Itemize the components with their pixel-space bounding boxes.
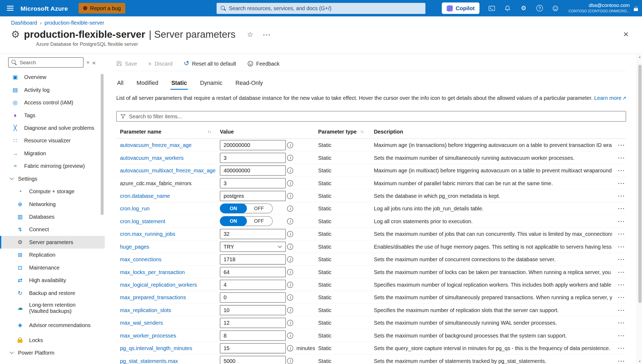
value-input[interactable]	[220, 318, 286, 328]
info-icon[interactable]: i	[287, 320, 293, 326]
sort-icon[interactable]: ↑↓	[360, 129, 363, 134]
sidebar-item-maintenance[interactable]: ⊡Maintenance	[0, 261, 105, 274]
info-icon[interactable]: i	[287, 205, 293, 211]
sidebar-search-input[interactable]	[20, 60, 80, 65]
filter-input[interactable]	[129, 113, 622, 119]
row-more-button[interactable]: ···	[618, 155, 625, 161]
row-more-button[interactable]: ···	[618, 180, 625, 186]
parameter-name-link[interactable]: autovacuum_freeze_max_age	[120, 142, 192, 148]
sidebar-item-backup-and-restore[interactable]: ↻Backup and restore	[0, 287, 105, 299]
column-parameter-name[interactable]: Parameter name	[120, 128, 161, 135]
breadcrumb-dashboard[interactable]: Dashboard	[11, 20, 37, 26]
value-input[interactable]	[220, 343, 286, 353]
discard-button[interactable]: × Discard	[148, 60, 173, 67]
global-search-input[interactable]	[229, 5, 421, 11]
sidebar-item-replication[interactable]: ⊞Replication	[0, 249, 105, 261]
row-more-button[interactable]: ···	[618, 269, 625, 275]
breadcrumb-server[interactable]: production-flexible-server	[44, 20, 104, 26]
value-input[interactable]	[220, 305, 286, 315]
tab-static[interactable]: Static	[170, 77, 188, 90]
sidebar-item-overview[interactable]: ▣Overview	[0, 71, 105, 84]
info-icon[interactable]: i	[287, 256, 293, 262]
row-more-button[interactable]: ···	[618, 205, 625, 211]
value-input[interactable]	[220, 229, 286, 239]
feedback-button[interactable]: Feedback	[247, 60, 279, 67]
azure-brand[interactable]: Microsoft Azure	[21, 5, 68, 12]
toggle-control[interactable]: OFFON	[220, 203, 273, 213]
parameter-name-link[interactable]: autovacuum_multixact_freeze_max_age	[120, 167, 215, 173]
parameter-name-link[interactable]: max_prepared_transactions	[120, 294, 186, 300]
row-more-button[interactable]: ···	[618, 218, 625, 224]
info-icon[interactable]: i	[287, 332, 293, 339]
sidebar-item-migration[interactable]: →Migration	[0, 147, 105, 160]
vertical-scrollbar[interactable]: ▲ ▼	[637, 54, 642, 364]
value-input[interactable]	[220, 165, 286, 175]
tab-modified[interactable]: Modified	[136, 77, 159, 90]
more-options-icon[interactable]: ···	[263, 31, 271, 38]
sidebar-item-server-parameters[interactable]: ⚙Server parameters	[0, 236, 105, 248]
value-input[interactable]	[220, 178, 286, 188]
help-icon[interactable]: ?	[531, 0, 548, 16]
info-icon[interactable]: i	[287, 193, 293, 199]
parameter-name-link[interactable]: max_connections	[120, 256, 161, 262]
row-more-button[interactable]: ···	[618, 358, 625, 364]
column-description[interactable]: Description	[374, 128, 612, 135]
sidebar-item-databases[interactable]: ▥Databases	[0, 210, 105, 223]
notifications-bell-icon[interactable]	[500, 0, 516, 16]
value-input[interactable]	[220, 254, 286, 264]
info-icon[interactable]: i	[287, 269, 293, 275]
global-search[interactable]	[216, 3, 425, 14]
value-input[interactable]	[220, 279, 286, 290]
row-more-button[interactable]: ···	[618, 332, 625, 339]
info-icon[interactable]: i	[287, 231, 293, 237]
filter-box[interactable]	[116, 111, 626, 122]
sidebar-scrollbar[interactable]	[101, 74, 104, 215]
toggle-on-label[interactable]: ON	[220, 216, 247, 226]
sidebar-item-tags[interactable]: ♦Tags	[0, 109, 105, 122]
parameter-name-link[interactable]: max_logical_replication_workers	[120, 282, 197, 288]
value-dropdown[interactable]: TRY	[220, 241, 286, 252]
value-input[interactable]	[220, 267, 286, 277]
report-a-bug-button[interactable]: Report a bug	[78, 3, 125, 14]
row-more-button[interactable]: ···	[618, 231, 625, 237]
scroll-down-icon[interactable]: ▼	[637, 360, 642, 363]
scroll-up-icon[interactable]: ▲	[637, 55, 642, 58]
favorite-star-icon[interactable]: ☆	[247, 30, 253, 39]
learn-more-link[interactable]: Learn more	[594, 95, 621, 101]
value-input[interactable]	[220, 330, 286, 340]
sidebar-item-compute-storage[interactable]: ◔Compute + storage	[0, 185, 105, 198]
parameter-name-link[interactable]: huge_pages	[120, 244, 149, 250]
info-icon[interactable]: i	[287, 307, 293, 313]
parameter-name-link[interactable]: max_replication_slots	[120, 307, 171, 313]
sidebar-item-power-platform[interactable]: Power Platform	[0, 346, 105, 359]
row-more-button[interactable]: ···	[618, 167, 625, 173]
sidebar-item-high-availability[interactable]: ⇄High availability	[0, 274, 105, 287]
sidebar-item-connect[interactable]: ↯Connect	[0, 223, 105, 236]
value-input[interactable]	[220, 140, 286, 150]
row-more-button[interactable]: ···	[618, 345, 625, 351]
row-more-button[interactable]: ···	[618, 256, 625, 262]
copilot-button[interactable]: Copilot	[442, 2, 480, 14]
info-icon[interactable]: i	[287, 294, 293, 300]
parameter-name-link[interactable]: max_locks_per_transaction	[120, 269, 185, 275]
sidebar-item-networking[interactable]: ⊕Networking	[0, 198, 105, 210]
parameter-name-link[interactable]: pg_qs.interval_length_minutes	[120, 345, 192, 351]
info-icon[interactable]: i	[287, 358, 293, 364]
info-icon[interactable]: i	[287, 180, 293, 186]
sort-icon[interactable]: ↑↓	[208, 129, 211, 134]
value-input[interactable]	[220, 191, 286, 201]
info-icon[interactable]: i	[287, 167, 293, 173]
row-more-button[interactable]: ···	[618, 294, 625, 300]
feedback-smiley-icon[interactable]	[548, 0, 564, 16]
value-input[interactable]	[220, 292, 286, 302]
toggle-on-label[interactable]: ON	[220, 203, 247, 213]
save-button[interactable]: Save	[116, 60, 137, 67]
value-input[interactable]	[220, 356, 286, 364]
sidebar-item-diagnose-solve-problems[interactable]: ╳Diagnose and solve problems	[0, 122, 105, 134]
sidebar-item-long-term-retention[interactable]: ☁Long-term retention (Vaulted backups)	[0, 299, 105, 316]
info-icon[interactable]: i	[287, 218, 293, 224]
reset-all-button[interactable]: ↺ Reset all to default	[184, 60, 236, 67]
row-more-button[interactable]: ···	[618, 307, 625, 313]
sidebar-item-resource-visualizer[interactable]: ∷Resource visualizer	[0, 134, 105, 147]
value-input[interactable]	[220, 153, 286, 163]
